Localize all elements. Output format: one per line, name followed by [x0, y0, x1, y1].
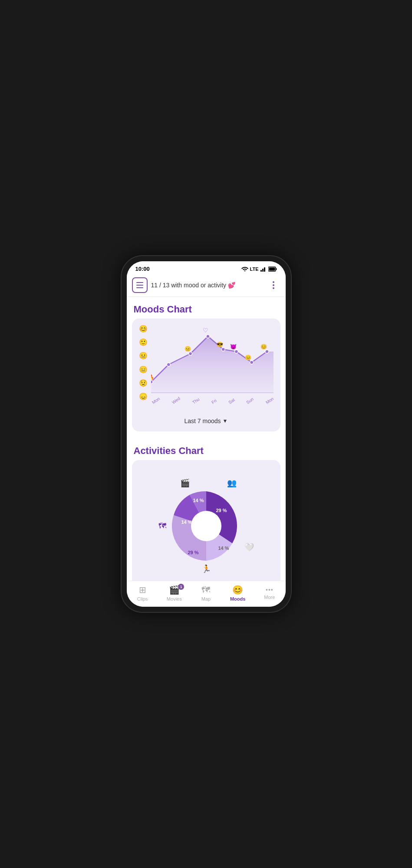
- activities-chart-card: 🎬 👥 🗺 🤍 🏃: [132, 460, 280, 581]
- menu-line-3: [136, 287, 143, 288]
- nav-moods[interactable]: 😊 Moods: [227, 585, 249, 602]
- svg-rect-4: [276, 268, 277, 270]
- svg-text:14 %: 14 %: [218, 546, 229, 551]
- mood-labels: 😊 🙂 😐 😑 😟 😞: [139, 326, 151, 412]
- day-labels: Mon Wed Thu Fri Sat Sun Mon: [151, 401, 274, 406]
- moods-label: Moods: [230, 596, 245, 602]
- svg-text:♡: ♡: [203, 327, 208, 334]
- mood-emoji-4: 😑: [139, 366, 148, 373]
- svg-text:😐: 😐: [185, 345, 191, 352]
- signal-icon: [260, 266, 267, 272]
- nav-clips[interactable]: ⊞ Clips: [132, 585, 153, 602]
- moods-chart-title: Moods Chart: [127, 297, 286, 319]
- chevron-down-icon: ▼: [223, 418, 228, 424]
- moods-chart-card: 😊 🙂 😐 😑 😟 😞: [132, 319, 280, 431]
- more-options-button[interactable]: [267, 278, 280, 292]
- more-dot-1: [273, 281, 274, 283]
- mood-emoji-6: 😞: [139, 393, 148, 400]
- phone-screen: 10:00 LTE: [127, 261, 286, 607]
- status-time: 10:00: [135, 266, 150, 272]
- header-title: 11 / 13 with mood or activity 💕: [151, 282, 263, 289]
- nav-map[interactable]: 🗺 Map: [195, 585, 217, 602]
- map-icon: 🗺: [158, 522, 166, 531]
- mood-emoji-5: 😟: [139, 380, 148, 387]
- svg-text:😎: 😎: [216, 341, 223, 348]
- svg-rect-1: [262, 269, 264, 272]
- period-selector[interactable]: Last 7 moods ▼: [185, 418, 228, 424]
- battery-icon: [268, 266, 277, 272]
- top-bar: 11 / 13 with mood or activity 💕: [127, 274, 286, 297]
- more-dot-3: [273, 287, 274, 289]
- chart-area: ♡ 😎 😈 😐 😐 😊 🔥: [151, 326, 274, 412]
- more-label: More: [264, 595, 275, 600]
- pie-svg: 29 % 14 % 29 % 14 % 14 %: [163, 483, 250, 569]
- movies-badge: 1: [178, 584, 184, 590]
- svg-point-22: [191, 511, 221, 541]
- line-chart-svg: ♡ 😎 😈 😐 😐 😊 🔥: [151, 326, 274, 399]
- svg-text:😈: 😈: [230, 343, 237, 350]
- lte-icon: LTE: [250, 266, 259, 272]
- svg-text:29 %: 29 %: [216, 508, 227, 513]
- svg-point-10: [221, 348, 225, 351]
- moods-chart-area: 😊 🙂 😐 😑 😟 😞: [139, 326, 274, 412]
- svg-rect-2: [264, 267, 265, 272]
- wifi-icon: [241, 266, 248, 272]
- moods-icon: 😊: [232, 585, 243, 595]
- status-icons: LTE: [241, 266, 277, 272]
- svg-text:🔥: 🔥: [151, 374, 155, 380]
- menu-line-2: [136, 285, 143, 286]
- svg-point-13: [265, 350, 268, 353]
- menu-line-1: [136, 282, 143, 283]
- pie-wrapper: 🎬 👥 🗺 🤍 🏃: [154, 474, 258, 578]
- movies-label: Movies: [167, 596, 182, 602]
- svg-text:😐: 😐: [245, 354, 252, 361]
- menu-button[interactable]: [132, 277, 148, 293]
- map-label: Map: [201, 596, 211, 602]
- more-dot-2: [273, 284, 274, 286]
- run-icon: 🏃: [201, 564, 211, 574]
- people-icon: 👥: [227, 478, 237, 488]
- svg-point-9: [206, 335, 209, 338]
- svg-point-12: [250, 361, 253, 364]
- clips-icon: ⊞: [139, 585, 146, 595]
- more-nav-icon: •••: [266, 586, 274, 593]
- svg-text:😊: 😊: [260, 343, 267, 350]
- mood-emoji-2: 🙂: [139, 339, 148, 346]
- svg-point-11: [234, 350, 238, 353]
- mood-emoji-1: 😊: [139, 326, 148, 332]
- nav-more[interactable]: ••• More: [259, 586, 280, 600]
- nav-movies[interactable]: 1 🎬 Movies: [163, 585, 185, 602]
- heart-icon: 🤍: [244, 542, 254, 552]
- pie-chart-container: 🎬 👥 🗺 🤍 🏃: [139, 467, 274, 581]
- svg-text:14 %: 14 %: [181, 519, 192, 525]
- status-bar: 10:00 LTE: [127, 261, 286, 274]
- svg-text:29 %: 29 %: [188, 550, 198, 555]
- svg-text:14 %: 14 %: [193, 498, 204, 503]
- activities-chart-title: Activities Chart: [127, 438, 286, 460]
- svg-point-6: [151, 380, 153, 384]
- map-nav-icon: 🗺: [201, 585, 210, 595]
- svg-point-8: [188, 352, 192, 355]
- mood-emoji-3: 😐: [139, 352, 148, 359]
- bottom-nav: ⊞ Clips 1 🎬 Movies 🗺 Map 😊 Moods ••• Mor…: [127, 581, 286, 607]
- svg-point-7: [167, 363, 170, 366]
- music-icon: 🎬: [180, 478, 190, 488]
- svg-rect-0: [260, 270, 262, 272]
- period-label: Last 7 moods: [185, 418, 221, 424]
- scroll-content[interactable]: Moods Chart 😊 🙂 😐 😑 😟 😞: [127, 297, 286, 581]
- chart-footer: Last 7 moods ▼: [139, 418, 274, 424]
- clips-label: Clips: [137, 596, 148, 602]
- phone-frame: 10:00 LTE: [122, 256, 291, 612]
- svg-rect-5: [269, 267, 275, 270]
